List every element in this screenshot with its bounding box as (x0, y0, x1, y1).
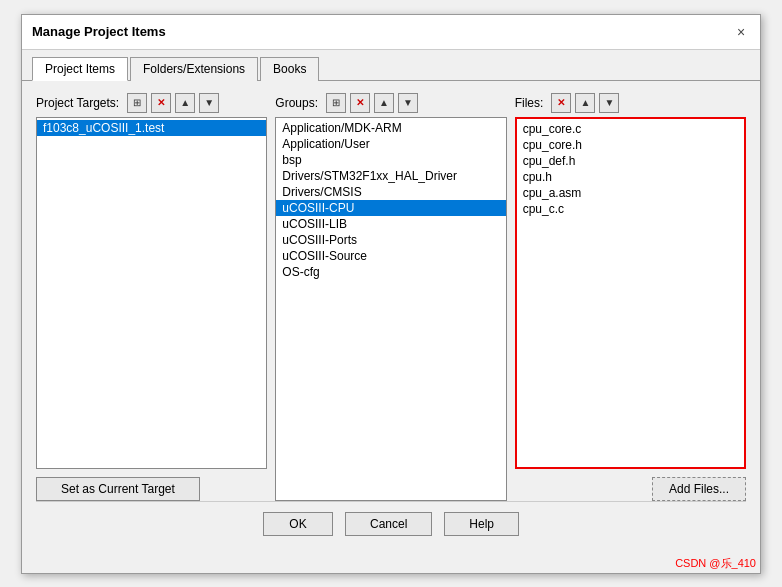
groups-up-button[interactable]: ▲ (374, 93, 394, 113)
down-arrow-icon: ▼ (204, 97, 214, 108)
dialog-action-buttons: OK Cancel Help (36, 501, 746, 542)
targets-listbox[interactable]: f103c8_uCOSIII_1.test (36, 117, 267, 469)
title-bar: Manage Project Items × (22, 15, 760, 50)
dialog-content: Project Targets: ⊞ ✕ ▲ ▼ f103c8_uCOSIII_… (22, 81, 760, 554)
up-arrow-icon: ▲ (379, 97, 389, 108)
groups-panel: Groups: ⊞ ✕ ▲ ▼ Application/MDK-ARMAppli… (275, 93, 506, 501)
group-list-item[interactable]: bsp (276, 152, 505, 168)
targets-up-button[interactable]: ▲ (175, 93, 195, 113)
groups-listbox[interactable]: Application/MDK-ARMApplication/UserbspDr… (275, 117, 506, 501)
file-list-item[interactable]: cpu_def.h (517, 153, 744, 169)
groups-delete-button[interactable]: ✕ (350, 93, 370, 113)
new-icon: ⊞ (133, 97, 141, 108)
groups-down-button[interactable]: ▼ (398, 93, 418, 113)
group-list-item[interactable]: Drivers/STM32F1xx_HAL_Driver (276, 168, 505, 184)
close-button[interactable]: × (732, 23, 750, 41)
files-panel: Files: ✕ ▲ ▼ cpu_core.ccpu_core.hcpu_def… (515, 93, 746, 501)
files-listbox[interactable]: cpu_core.ccpu_core.hcpu_def.hcpu.hcpu_a.… (515, 117, 746, 469)
manage-project-items-dialog: Manage Project Items × Project Items Fol… (21, 14, 761, 574)
up-arrow-icon: ▲ (580, 97, 590, 108)
file-list-item[interactable]: cpu_core.h (517, 137, 744, 153)
files-panel-header: Files: ✕ ▲ ▼ (515, 93, 746, 113)
target-list-item[interactable]: f103c8_uCOSIII_1.test (37, 120, 266, 136)
groups-panel-header: Groups: ⊞ ✕ ▲ ▼ (275, 93, 506, 113)
group-list-item[interactable]: uCOSIII-LIB (276, 216, 505, 232)
groups-new-button[interactable]: ⊞ (326, 93, 346, 113)
targets-bottom-actions: Set as Current Target (36, 477, 267, 501)
tab-books[interactable]: Books (260, 57, 319, 81)
dialog-title: Manage Project Items (32, 24, 166, 39)
group-list-item[interactable]: OS-cfg (276, 264, 505, 280)
file-list-item[interactable]: cpu_a.asm (517, 185, 744, 201)
delete-icon: ✕ (157, 97, 165, 108)
add-files-button[interactable]: Add Files... (652, 477, 746, 501)
delete-icon: ✕ (557, 97, 565, 108)
groups-label: Groups: (275, 96, 318, 110)
group-list-item[interactable]: Application/User (276, 136, 505, 152)
files-bottom-actions: Add Files... (515, 477, 746, 501)
tab-folders-extensions[interactable]: Folders/Extensions (130, 57, 258, 81)
tab-project-items[interactable]: Project Items (32, 57, 128, 81)
group-list-item[interactable]: uCOSIII-Source (276, 248, 505, 264)
panels-container: Project Targets: ⊞ ✕ ▲ ▼ f103c8_uCOSIII_… (36, 93, 746, 501)
files-up-button[interactable]: ▲ (575, 93, 595, 113)
targets-panel-header: Project Targets: ⊞ ✕ ▲ ▼ (36, 93, 267, 113)
delete-icon: ✕ (356, 97, 364, 108)
files-label: Files: (515, 96, 544, 110)
file-list-item[interactable]: cpu.h (517, 169, 744, 185)
tab-bar: Project Items Folders/Extensions Books (22, 50, 760, 81)
group-list-item[interactable]: uCOSIII-CPU (276, 200, 505, 216)
ok-button[interactable]: OK (263, 512, 333, 536)
group-list-item[interactable]: Application/MDK-ARM (276, 120, 505, 136)
targets-label: Project Targets: (36, 96, 119, 110)
watermark: CSDN @乐_410 (22, 554, 760, 573)
down-arrow-icon: ▼ (403, 97, 413, 108)
new-icon: ⊞ (332, 97, 340, 108)
file-list-item[interactable]: cpu_c.c (517, 201, 744, 217)
targets-panel: Project Targets: ⊞ ✕ ▲ ▼ f103c8_uCOSIII_… (36, 93, 267, 501)
group-list-item[interactable]: Drivers/CMSIS (276, 184, 505, 200)
files-down-button[interactable]: ▼ (599, 93, 619, 113)
targets-down-button[interactable]: ▼ (199, 93, 219, 113)
set-current-target-button[interactable]: Set as Current Target (36, 477, 200, 501)
cancel-button[interactable]: Cancel (345, 512, 432, 536)
up-arrow-icon: ▲ (180, 97, 190, 108)
targets-new-button[interactable]: ⊞ (127, 93, 147, 113)
down-arrow-icon: ▼ (604, 97, 614, 108)
group-list-item[interactable]: uCOSIII-Ports (276, 232, 505, 248)
file-list-item[interactable]: cpu_core.c (517, 121, 744, 137)
targets-delete-button[interactable]: ✕ (151, 93, 171, 113)
help-button[interactable]: Help (444, 512, 519, 536)
files-delete-button[interactable]: ✕ (551, 93, 571, 113)
